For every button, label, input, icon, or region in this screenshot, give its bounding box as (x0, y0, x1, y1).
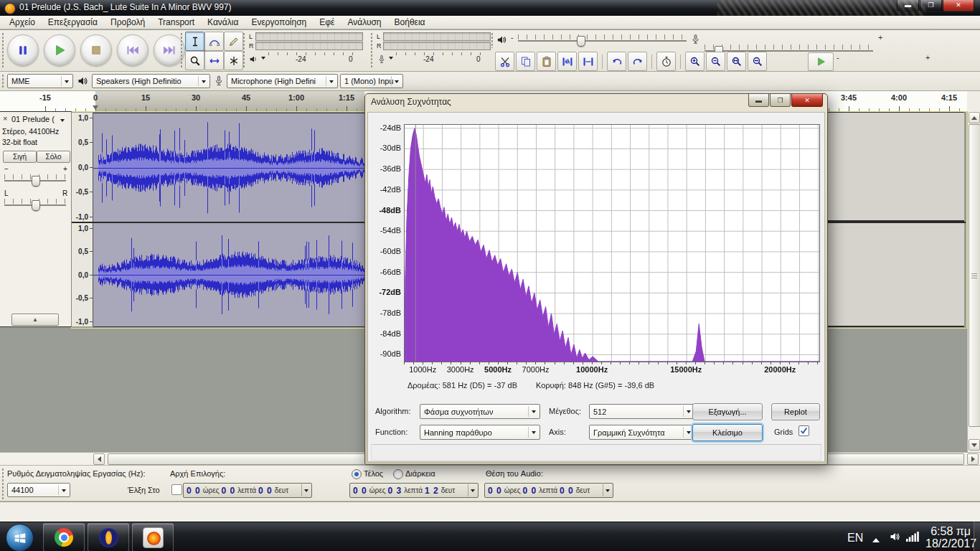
fit-selection-button[interactable] (727, 52, 746, 71)
axis-select[interactable]: Γραμμική Συχνότητα (589, 425, 695, 440)
menu-generate[interactable]: Ενεργοποίηση (245, 17, 313, 28)
show-desktop-button[interactable] (974, 522, 980, 551)
pan-slider-thumb[interactable] (32, 200, 40, 211)
spectrum-chart[interactable] (405, 125, 819, 362)
audio-host-select[interactable]: MME (7, 74, 73, 88)
playback-volume-slider[interactable] (518, 34, 687, 44)
recording-device-select[interactable]: Microphone (High Defini (227, 74, 338, 88)
selection-start-time[interactable]: 0 0ώρες 0 0λεπτά 0 0δευτ (183, 483, 312, 498)
cut-button[interactable] (495, 52, 514, 71)
recording-channels-select[interactable]: 1 (Mono) Inpu (340, 74, 403, 88)
envelope-tool-button[interactable] (204, 32, 224, 51)
snap-to-checkbox[interactable] (171, 484, 182, 495)
recording-meter[interactable]: L R -24 0 (377, 32, 491, 68)
waveform-left-channel[interactable] (93, 113, 364, 222)
start-button[interactable] (6, 524, 34, 551)
toolbar-grip[interactable] (1, 32, 5, 68)
scroll-up-button[interactable] (969, 112, 980, 123)
scroll-down-button[interactable] (969, 439, 980, 451)
language-indicator[interactable]: EN (847, 532, 863, 545)
stop-button[interactable] (80, 34, 112, 66)
tray-network-icon[interactable] (906, 532, 919, 542)
function-select[interactable]: Hanning παράθυρο (420, 425, 540, 440)
playback-meter[interactable]: L R -24 0 (249, 32, 363, 68)
multi-tool-button[interactable] (224, 51, 243, 70)
redo-button[interactable] (628, 52, 647, 71)
tray-clock-time[interactable]: 6:58 πμ (929, 525, 971, 538)
solo-button[interactable]: Σόλο (37, 151, 70, 163)
maximize-button[interactable]: ❐ (920, 0, 942, 11)
scroll-left-button[interactable] (93, 453, 105, 465)
menu-edit[interactable]: Επεξεργασία (42, 17, 104, 28)
menu-file[interactable]: Αρχείο (3, 17, 42, 28)
grids-checkbox[interactable] (798, 425, 809, 436)
end-radio[interactable] (352, 469, 362, 479)
toolbar-grip[interactable] (1, 74, 5, 88)
draw-tool-button[interactable] (224, 32, 243, 51)
meter-dropdown-icon[interactable] (261, 57, 265, 62)
close-button[interactable]: ✕ (943, 0, 974, 11)
trim-audio-button[interactable] (557, 52, 577, 71)
track-title[interactable]: 01 Prelude ( (11, 115, 55, 123)
dialog-maximize-button[interactable]: ❐ (770, 94, 791, 107)
menu-transport[interactable]: Transport (151, 17, 201, 28)
undo-button[interactable] (607, 52, 626, 71)
toolbar-grip[interactable] (491, 32, 494, 48)
zoom-out-button[interactable] (706, 52, 725, 71)
size-select[interactable]: 512 (589, 404, 695, 419)
menu-effect[interactable]: Εφέ (313, 17, 341, 28)
menu-analyze[interactable]: Ανάλυση (341, 17, 387, 28)
selection-end-time[interactable]: 0 0ώρες 0 3λεπτά 1 2δευτ (349, 483, 479, 498)
replot-button[interactable]: Replot (771, 403, 820, 420)
length-radio[interactable] (393, 469, 403, 479)
meter-dropdown-icon[interactable] (389, 57, 393, 62)
taskbar-chrome-button[interactable] (43, 523, 85, 551)
end-radio-label[interactable]: Τέλος (364, 469, 383, 478)
vertical-scrollbar[interactable] (967, 111, 980, 452)
fit-project-button[interactable] (748, 52, 767, 71)
close-dialog-button[interactable]: Κλείσιμο (692, 424, 763, 441)
export-button[interactable]: Εξαγωγή... (692, 403, 763, 420)
vertical-ruler-right-channel[interactable]: 1,0 0,5 0,0 -0,5 -1,0 (72, 223, 93, 326)
toolbar-grip[interactable] (1, 468, 5, 499)
audio-position-time[interactable]: 0 0ώρες 0 0λεπτά 0 0δευτ (484, 483, 613, 498)
waveform-right-channel[interactable] (93, 223, 364, 327)
vertical-ruler-left-channel[interactable]: 1,0 0,5 0,0 -0,5 -1,0 (72, 113, 93, 222)
scroll-right-button[interactable] (967, 453, 979, 465)
algorithm-select[interactable]: Φάσμα συχνοτήτων (420, 404, 540, 419)
silence-audio-button[interactable] (578, 52, 598, 71)
gain-slider[interactable] (4, 174, 66, 184)
zoom-tool-button[interactable] (185, 51, 204, 70)
toolbar-grip[interactable] (242, 32, 246, 68)
track-area-right-left-channel[interactable] (827, 112, 964, 222)
pause-button[interactable] (7, 34, 39, 66)
collapse-track-button[interactable]: ▲ (11, 314, 59, 326)
mute-button[interactable]: Σιγή (3, 151, 37, 163)
pan-slider[interactable] (4, 198, 66, 208)
track-area-right-right-channel[interactable] (827, 223, 964, 327)
taskbar-xnview-button[interactable] (132, 523, 174, 551)
length-radio-label[interactable]: Διάρκεια (405, 469, 435, 478)
track-close-button[interactable]: × (3, 114, 7, 123)
timer-button[interactable] (656, 52, 676, 71)
minimize-button[interactable]: ▬ (897, 0, 919, 11)
playback-volume-thumb[interactable] (577, 36, 585, 47)
menu-view[interactable]: Προβολή (104, 17, 151, 28)
timeshift-tool-button[interactable] (204, 51, 224, 70)
playback-device-select[interactable]: Speakers (High Definitio (92, 74, 210, 88)
tray-volume-icon[interactable] (890, 531, 901, 542)
play-at-speed-button[interactable] (808, 52, 834, 71)
dialog-minimize-button[interactable]: ▬ (748, 94, 769, 107)
selection-tool-button[interactable] (185, 32, 204, 51)
copy-button[interactable] (516, 52, 535, 71)
toolbar-grip[interactable] (180, 32, 184, 68)
paste-button[interactable] (537, 52, 556, 71)
play-button[interactable] (44, 34, 75, 66)
vertical-scroll-thumb[interactable] (969, 124, 980, 427)
spectrum-plot[interactable] (404, 124, 820, 362)
tray-expand-icon[interactable] (872, 534, 880, 542)
sample-rate-select[interactable]: 44100 (7, 483, 70, 497)
dialog-close-x-button[interactable]: ✕ (791, 94, 823, 107)
menu-help[interactable]: Βοήθεια (388, 17, 432, 28)
skip-start-button[interactable] (117, 34, 149, 66)
